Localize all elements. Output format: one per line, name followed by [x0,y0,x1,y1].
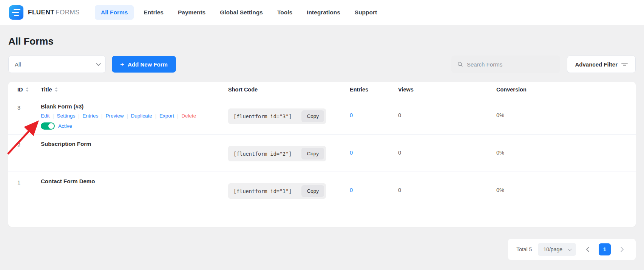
filter-icon [621,62,628,67]
search-input[interactable] [467,61,554,68]
conversion-value: 0% [496,150,504,156]
brand-name: FLUENTFORMS [28,9,80,16]
sort-id-icon[interactable] [26,87,29,92]
next-page-button[interactable] [617,243,627,255]
nav-item-all-forms[interactable]: All Forms [95,5,134,20]
shortcode-pill: [fluentform id="2"] Copy [228,146,326,161]
prev-page-button[interactable] [582,243,593,255]
table-row-contact-form-demo: 1 Contact Form Demo [fluentform id="1"] … [8,172,636,209]
advanced-filter-button[interactable]: Advanced Filter [567,56,636,73]
entries-count-link[interactable]: 0 [350,112,353,118]
search-icon [457,61,463,67]
separator: | [101,113,102,119]
entries-count-link[interactable]: 0 [350,150,353,156]
separator: | [78,113,79,119]
fluent-forms-logo-icon [9,5,23,20]
header-short-code: Short Code [228,87,350,93]
shortcode-text: [fluentform id="2"] [233,151,292,157]
form-id: 2 [17,135,41,148]
row-actions: Edit | Settings | Entries | Preview | Du… [41,113,228,119]
shortcode-pill: [fluentform id="1"] Copy [228,183,326,199]
header-entries: Entries [350,87,398,93]
form-filter-select[interactable]: All [8,56,106,73]
table-row-blank-form: 3 Blank Form (#3) Edit | Settings | Entr… [8,97,636,135]
entries-count-link[interactable]: 0 [350,187,353,193]
separator: | [127,113,128,119]
header-title: Title [41,87,228,93]
nav-item-tools[interactable]: Tools [273,5,297,20]
brand-name-light: FORMS [56,9,80,16]
chevron-down-icon [96,61,101,66]
form-title-link[interactable]: Contact Form Demo [41,178,228,184]
top-navigation: FLUENTFORMS All Forms Entries Payments G… [0,0,644,25]
copy-button[interactable]: Copy [301,185,324,197]
search-forms-box[interactable] [451,56,560,73]
pagination-area: Total 5 10/page 1 [8,239,636,260]
bottom-strip [0,270,644,277]
main-content: All Forms All + Add New Form [0,36,644,260]
sort-title-icon[interactable] [55,87,58,92]
brand: FLUENTFORMS [9,5,80,20]
nav-item-payments[interactable]: Payments [173,5,210,20]
table-row-subscription-form: 2 Subscription Form [fluentform id="2"] … [8,135,636,172]
conversion-value: 0% [496,112,504,118]
toolbar: All + Add New Form Advanced Filt [8,56,636,73]
total-count: Total 5 [516,246,532,252]
plus-icon: + [120,61,124,68]
shortcode-text: [fluentform id="1"] [233,188,292,194]
conversion-value: 0% [496,187,504,193]
shortcode-text: [fluentform id="3"] [233,113,292,119]
form-id: 1 [17,172,41,186]
form-title-link[interactable]: Blank Form (#3) [41,103,228,110]
action-edit[interactable]: Edit [41,113,49,119]
forms-table: ID Title Short Code Entries Views Conver… [8,82,636,227]
table-header-row: ID Title Short Code Entries Views Conver… [8,82,636,97]
brand-name-bold: FLUENT [28,9,54,16]
copy-button[interactable]: Copy [301,110,324,122]
per-page-select[interactable]: 10/page [538,243,576,256]
status-row: Active [41,122,228,130]
action-settings[interactable]: Settings [57,113,75,119]
nav-item-entries[interactable]: Entries [139,5,168,20]
header-conversion: Conversion [496,87,627,93]
header-views: Views [398,87,496,93]
status-label: Active [58,123,72,129]
form-title-link[interactable]: Subscription Form [41,141,228,147]
nav-item-integrations[interactable]: Integrations [302,5,345,20]
page-title: All Forms [8,36,636,47]
action-preview[interactable]: Preview [105,113,124,119]
header-id: ID [17,87,41,93]
views-count: 0 [398,187,401,193]
add-new-form-button[interactable]: + Add New Form [112,56,176,73]
action-duplicate[interactable]: Duplicate [131,113,152,119]
page-number-1[interactable]: 1 [599,243,611,255]
chevron-left-icon [586,247,589,252]
separator: | [155,113,156,119]
nav-item-global-settings[interactable]: Global Settings [215,5,267,20]
form-filter-value: All [15,61,21,68]
chevron-right-icon [621,247,624,252]
copy-button[interactable]: Copy [301,148,324,159]
action-entries[interactable]: Entries [82,113,98,119]
separator: | [177,113,178,119]
form-id: 3 [17,97,41,111]
views-count: 0 [398,150,401,156]
shortcode-pill: [fluentform id="3"] Copy [228,108,326,124]
views-count: 0 [398,112,401,118]
active-toggle[interactable] [41,122,55,130]
action-delete[interactable]: Delete [181,113,196,119]
nav-item-support[interactable]: Support [350,5,381,20]
pagination: Total 5 10/page 1 [508,239,636,260]
separator: | [53,113,54,119]
nav-menu: All Forms Entries Payments Global Settin… [95,5,381,20]
app-window: FLUENTFORMS All Forms Entries Payments G… [0,0,644,277]
action-export[interactable]: Export [159,113,174,119]
toggle-knob [48,123,54,129]
chevron-down-icon [568,247,572,251]
